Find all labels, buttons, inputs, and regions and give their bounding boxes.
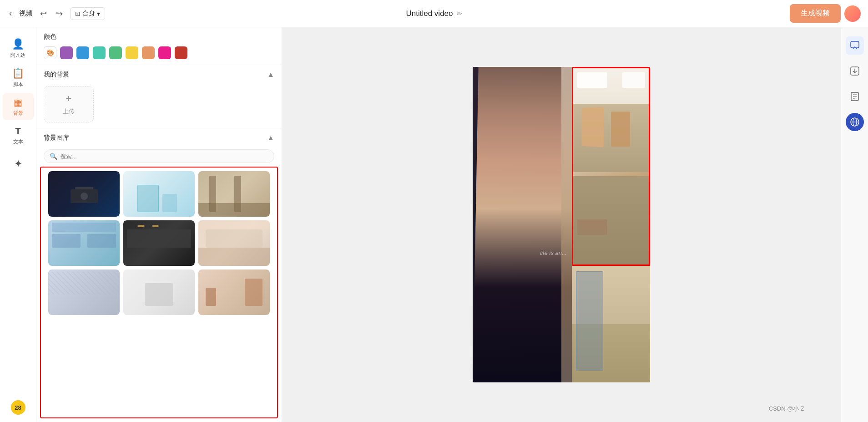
upload-button[interactable]: + 上传 [44, 86, 94, 122]
canvas-area: life is an... [282, 27, 841, 422]
color-swatch-purple[interactable] [60, 46, 73, 59]
color-swatch-orange[interactable] [142, 46, 155, 59]
color-section-header: 颜色 [36, 27, 282, 45]
back-button[interactable]: ‹ [7, 7, 14, 20]
my-bg-section-header: 我的背景 ▲ [36, 65, 282, 82]
video-title: Untitled video [406, 9, 453, 18]
edit-title-icon[interactable]: ✏ [457, 10, 462, 17]
bg-library-section: 背景图库 ▲ 🔍 [36, 128, 282, 422]
redo-button[interactable]: ↪ [54, 7, 65, 20]
video-preview: life is an... [473, 67, 650, 382]
color-swatch-green[interactable] [109, 46, 122, 59]
mode-dropdown-icon: ▾ [97, 10, 100, 17]
color-swatch-blue[interactable] [76, 46, 89, 59]
sidebar-icons: 👤 阿凡达 📋 脚本 ▦ 背景 T 文本 ✦ 28 [0, 27, 36, 422]
script-icon: 📋 [12, 67, 24, 79]
bg-library-toggle[interactable]: ▲ [267, 134, 274, 142]
color-swatch-pink[interactable] [158, 46, 171, 59]
list-item[interactable] [123, 171, 195, 217]
sidebar-item-text[interactable]: T 文本 [3, 122, 34, 149]
video-bottom-bg [572, 266, 650, 382]
user-avatar[interactable] [844, 5, 861, 22]
sidebar-text-label: 文本 [13, 138, 23, 145]
topbar-left: ‹ 视频 ↩ ↪ ⊡ 合身 ▾ [7, 7, 105, 20]
globe-icon-button[interactable] [846, 113, 864, 131]
my-bg-title: 我的背景 [44, 71, 69, 79]
upload-label: 上传 [63, 107, 75, 116]
mode-label: 合身 [82, 10, 95, 18]
list-item[interactable] [198, 269, 270, 315]
sidebar-item-avatar[interactable]: 👤 阿凡达 [3, 35, 34, 62]
topbar-right: 生成视频 [790, 4, 861, 23]
search-input[interactable] [60, 153, 268, 160]
video-text-overlay: life is an... [540, 249, 567, 256]
upload-plus-icon: + [66, 93, 72, 105]
color-swatch-yellow[interactable] [126, 46, 138, 59]
color-swatch-rose[interactable] [175, 46, 187, 59]
video-background: life is an... [473, 67, 650, 382]
sidebar-item-effects[interactable]: ✦ [3, 151, 34, 178]
upload-area: + 上传 [36, 82, 282, 128]
list-item[interactable] [48, 220, 120, 266]
main-area: 👤 阿凡达 📋 脚本 ▦ 背景 T 文本 ✦ 28 颜色 🎨 [0, 27, 868, 422]
effects-icon: ✦ [14, 158, 22, 170]
video-bg-right-selection[interactable] [572, 67, 650, 266]
color-section-title: 颜色 [44, 33, 56, 41]
svg-point-2 [81, 193, 88, 200]
svg-rect-1 [75, 187, 93, 189]
sidebar-background-label: 背景 [13, 110, 23, 117]
chat-icon-button[interactable] [846, 36, 864, 55]
notification-badge[interactable]: 28 [11, 400, 25, 415]
image-grid-wrapper [40, 167, 278, 418]
undo-button[interactable]: ↩ [38, 7, 49, 20]
bg-library-title: 背景图库 [44, 134, 69, 142]
color-swatch-teal[interactable] [93, 46, 106, 59]
sidebar-avatar-label: 阿凡达 [10, 52, 25, 59]
sidebar-item-background[interactable]: ▦ 背景 [3, 93, 34, 120]
generate-button[interactable]: 生成视频 [790, 4, 841, 23]
list-item[interactable] [198, 220, 270, 266]
my-bg-section: 我的背景 ▲ + 上传 [36, 65, 282, 128]
mode-selector[interactable]: ⊡ 合身 ▾ [70, 7, 105, 20]
background-icon: ▦ [14, 97, 22, 108]
bg-library-header: 背景图库 ▲ [36, 128, 282, 146]
sidebar-script-label: 脚本 [13, 81, 23, 88]
my-bg-toggle[interactable]: ▲ [267, 71, 274, 79]
color-picker-button[interactable]: 🎨 [44, 46, 56, 59]
text-icon: T [15, 126, 20, 137]
color-swatches: 🎨 [36, 45, 282, 65]
mode-icon: ⊡ [75, 10, 81, 17]
search-icon: 🔍 [50, 153, 57, 160]
bg-right-inner [573, 68, 649, 264]
avatar-icon: 👤 [12, 38, 24, 50]
list-item[interactable] [48, 269, 120, 315]
list-item[interactable] [123, 220, 195, 266]
topbar-video-label: 视频 [19, 9, 33, 18]
list-item[interactable] [198, 171, 270, 217]
sidebar-item-script[interactable]: 📋 脚本 [3, 64, 34, 91]
topbar-title-area: Untitled video ✏ [406, 9, 462, 18]
search-bar[interactable]: 🔍 [44, 149, 274, 163]
list-item[interactable] [123, 269, 195, 315]
book-icon-button[interactable] [846, 87, 864, 106]
list-item[interactable] [48, 171, 120, 217]
right-sidebar [841, 27, 868, 422]
watermark-text: CSDN @小 Z [769, 405, 804, 413]
panel: 颜色 🎨 我的背景 ▲ + 上传 [36, 27, 282, 422]
download-icon-button[interactable] [846, 62, 864, 80]
topbar: ‹ 视频 ↩ ↪ ⊡ 合身 ▾ Untitled video ✏ 生成视频 [0, 0, 868, 27]
image-grid [48, 171, 270, 315]
